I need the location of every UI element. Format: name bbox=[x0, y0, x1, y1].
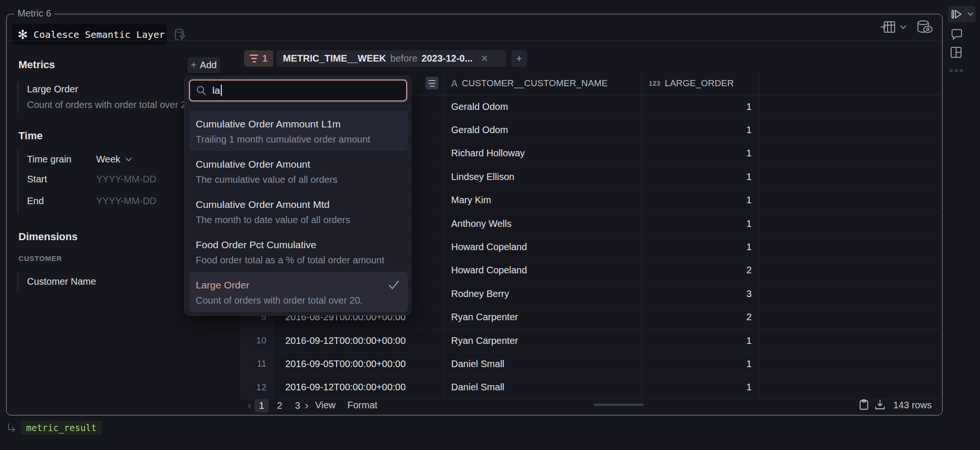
metric-description: Count of orders with order total over 20… bbox=[27, 99, 194, 110]
empty-cell bbox=[759, 95, 943, 118]
table-row: 112016-09-05T00:00:00+00:00Daniel Small1 bbox=[241, 352, 943, 376]
dimension-item-rule bbox=[18, 273, 18, 290]
app-chip[interactable]: ✻ Coalesce Semantic Layer bbox=[12, 24, 167, 45]
layout-panes-icon[interactable] bbox=[950, 46, 962, 58]
customer-name-column-header[interactable]: A CUSTOMER__CUSTOMER_NAME bbox=[444, 72, 642, 95]
filter-pill[interactable]: METRIC_TIME__WEEK before 2023-12-0... ✕ bbox=[276, 50, 506, 67]
option-description: The cumulative value of all orders bbox=[196, 174, 408, 185]
large-order-cell: 2 bbox=[642, 306, 759, 329]
empty-cell bbox=[759, 259, 943, 282]
run-options-chevron-icon[interactable] bbox=[967, 12, 974, 16]
empty-cell bbox=[759, 118, 943, 141]
add-metric-button[interactable]: + Add bbox=[188, 57, 220, 73]
comment-icon[interactable] bbox=[951, 29, 963, 40]
customer-name-cell: Anthony Wells bbox=[444, 212, 642, 235]
option-title: Cumulative Order Amount Mtd bbox=[196, 199, 408, 210]
large-order-cell: 1 bbox=[642, 165, 759, 188]
row-number: 12 bbox=[241, 376, 273, 399]
view-button[interactable]: View bbox=[315, 400, 336, 411]
text-caret bbox=[221, 85, 222, 96]
view-source-data-icon[interactable] bbox=[916, 20, 933, 34]
filter-operator: before bbox=[390, 53, 417, 64]
customer-name-cell: Richard Holloway bbox=[444, 142, 642, 165]
empty-cell bbox=[759, 306, 943, 329]
add-filter-button[interactable]: + bbox=[511, 50, 527, 67]
format-button[interactable]: Format bbox=[347, 400, 377, 411]
run-icon bbox=[951, 9, 962, 19]
customer-name-cell: Daniel Small bbox=[444, 376, 642, 399]
dimensions-heading: Dimensions bbox=[18, 231, 78, 243]
page-button-1[interactable]: 1 bbox=[254, 398, 269, 413]
empty-cell bbox=[759, 376, 943, 399]
result-variable-chip[interactable]: metric_result bbox=[21, 421, 102, 435]
table-row: 122016-09-12T00:00:00+00:00Daniel Small1 bbox=[241, 376, 943, 399]
time-group-rule bbox=[18, 150, 18, 212]
start-label: Start bbox=[27, 174, 47, 185]
empty-cell bbox=[759, 165, 943, 188]
return-arrow-icon bbox=[7, 423, 17, 434]
large-order-cell: 1 bbox=[642, 142, 759, 165]
page-buttons: 123 bbox=[254, 398, 305, 413]
time-grain-label: Time grain bbox=[27, 154, 72, 165]
large-order-cell: 1 bbox=[642, 376, 759, 399]
metric-option[interactable]: Cumulative Order Ammount L1mTrailing 1 m… bbox=[189, 111, 408, 151]
copy-table-icon[interactable] bbox=[859, 399, 869, 410]
page-button-2[interactable]: 2 bbox=[272, 398, 287, 413]
customer-name-cell: Mary Kim bbox=[444, 189, 642, 212]
time-grain-select[interactable]: Week bbox=[96, 154, 132, 165]
app-title: Coalesce Semantic Layer bbox=[34, 29, 165, 40]
search-query: la bbox=[212, 85, 220, 96]
metric-time-cell: 2016-09-12T00:00:00+00:00 bbox=[273, 376, 444, 399]
large-order-cell: 1 bbox=[642, 189, 759, 212]
metric-option[interactable]: Large OrderCount of orders with order to… bbox=[189, 272, 408, 312]
metric-option[interactable]: Food Order Pct CumulativeFood order tota… bbox=[189, 232, 408, 272]
row-number: 11 bbox=[241, 352, 273, 375]
customer-name-cell: Howard Copeland bbox=[444, 235, 642, 258]
option-description: Count of orders with order total over 20… bbox=[196, 295, 408, 306]
column-menu-button[interactable] bbox=[426, 77, 438, 90]
run-cell-group[interactable] bbox=[948, 6, 976, 22]
customer-name-cell: Gerald Odom bbox=[444, 118, 642, 141]
metric-search-input[interactable]: la bbox=[189, 80, 407, 101]
number-type-icon: 123 bbox=[649, 80, 661, 87]
large-order-column-header[interactable]: 123 LARGE_ORDER bbox=[642, 72, 759, 95]
customer-name-cell: Lindsey Ellison bbox=[444, 165, 642, 188]
option-description: Food order total as a % of total order a… bbox=[196, 255, 408, 266]
chevron-down-icon bbox=[125, 157, 132, 162]
row-count-label: 143 rows bbox=[893, 400, 932, 411]
metric-time-cell: 2016-09-12T00:00:00+00:00 bbox=[273, 329, 444, 352]
option-title: Food Order Pct Cumulative bbox=[196, 239, 408, 251]
download-icon[interactable] bbox=[874, 399, 886, 410]
customer-name-cell: Gerald Odom bbox=[444, 95, 642, 118]
next-page-button[interactable]: › bbox=[300, 398, 313, 413]
chevron-down-icon[interactable] bbox=[899, 25, 907, 29]
insert-to-table-icon[interactable] bbox=[880, 21, 896, 33]
more-options-icon[interactable] bbox=[950, 69, 963, 72]
row-number: 10 bbox=[241, 329, 273, 352]
metric-option[interactable]: Cumulative Order AmountThe cumulative va… bbox=[189, 151, 408, 191]
start-date-input[interactable]: YYYY-MM-DD bbox=[96, 174, 156, 185]
customer-name-cell: Rodney Berry bbox=[444, 282, 642, 305]
metric-option[interactable]: Cumulative Order Amount MtdThe month to … bbox=[189, 191, 408, 232]
empty-cell bbox=[759, 189, 943, 212]
empty-cell bbox=[759, 329, 943, 352]
header-divider bbox=[7, 40, 941, 41]
large-order-cell: 1 bbox=[642, 329, 759, 352]
horizontal-scrollbar-thumb[interactable] bbox=[594, 404, 644, 406]
option-description: The month to date value of all orders bbox=[196, 215, 408, 225]
end-date-input[interactable]: YYYY-MM-DD bbox=[96, 196, 156, 207]
empty-cell bbox=[759, 352, 943, 375]
filter-count-chip[interactable]: 1 bbox=[244, 50, 273, 67]
dimension-name[interactable]: Customer Name bbox=[27, 276, 96, 287]
metric-name[interactable]: Large Order bbox=[27, 84, 78, 95]
large-order-cell: 2 bbox=[642, 259, 759, 282]
dimension-group-label: CUSTOMER bbox=[18, 254, 62, 262]
large-order-cell: 1 bbox=[642, 235, 759, 258]
metric-search-dropdown: la Cumulative Order Ammount L1mTrailing … bbox=[184, 76, 411, 315]
customer-name-cell: Daniel Small bbox=[444, 352, 642, 375]
remove-filter-icon[interactable]: ✕ bbox=[481, 53, 488, 64]
metric-time-cell: 2016-09-05T00:00:00+00:00 bbox=[273, 352, 444, 375]
cell-title: Metric 6 bbox=[14, 8, 54, 19]
empty-column-header bbox=[759, 72, 943, 95]
plus-icon: + bbox=[191, 60, 197, 70]
